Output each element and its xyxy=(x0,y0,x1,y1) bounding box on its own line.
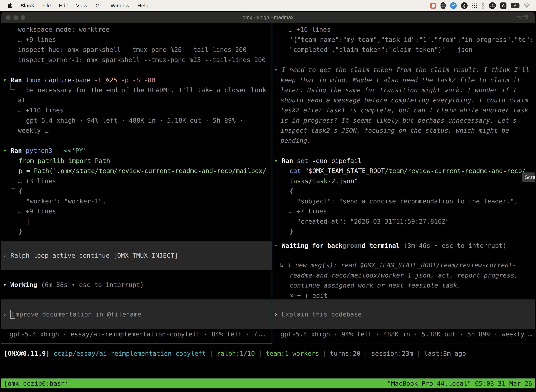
text-segment: be necessary for the end of the README. … xyxy=(26,86,266,93)
omx-status-line: [OMX#0.11.9] cczip/essay/ai-reimplementa… xyxy=(1,348,535,359)
prompt-input[interactable]: › Explain this codebase xyxy=(272,299,535,329)
text-segment: <<'PY' xyxy=(64,147,87,154)
text-segment: "completed","claim_token":"claim-token"}… xyxy=(289,46,472,53)
text-segment: … +110 lines xyxy=(18,107,64,114)
shield-icon[interactable] xyxy=(440,2,446,9)
text-segment: groun xyxy=(343,242,362,249)
pane-border-bottom-right xyxy=(272,344,535,344)
pane-hud-left[interactable]: workspace_mode: worktree… +9 linesinspec… xyxy=(1,23,272,344)
menu-item-view[interactable]: View xyxy=(76,3,87,9)
output-connector xyxy=(10,83,15,89)
pane-status-line: gpt-5.4 xhigh · 94% left · 488K in · 5.1… xyxy=(272,329,535,339)
text-segment: %25 xyxy=(106,76,121,84)
battery-icon[interactable]: ⚡ xyxy=(511,3,519,8)
terminal-line: workspace_mode: worktree xyxy=(1,24,272,35)
text-segment: … +3 lines xyxy=(18,177,56,185)
terminal-line: • I need to get the claim token from the… xyxy=(272,65,535,75)
text-segment: gpt-5.4 xhigh · 94% left · 488K in · 5.1… xyxy=(281,331,532,338)
terminal-line: … +9 lines xyxy=(1,206,272,216)
text-segment: (6m 38s • esc to interrupt) xyxy=(41,281,144,288)
terminal-line: "subject": "send a concise recommendatio… xyxy=(272,196,535,206)
ralph-loop-band[interactable]: › Ralph loop active continue [OMX_TMUX_I… xyxy=(1,241,272,270)
text-segment: tmux xyxy=(26,76,45,84)
output-connector xyxy=(282,164,285,190)
window-title: omx --xhigh --madmax xyxy=(1,12,535,23)
apple-logo-icon[interactable] xyxy=(7,2,12,9)
terminal-line: … +7 lines xyxy=(272,206,535,216)
text-segment: "subject": "send a concise recommendatio… xyxy=(297,198,518,205)
text-segment: tasks/task-2.json xyxy=(289,177,354,185)
text-segment: '{"team_name":"my-team","task_id":"1","f… xyxy=(289,36,533,43)
text-segment: later. Using the same for transition mig… xyxy=(281,86,517,93)
chat-app-icon[interactable] xyxy=(430,3,436,9)
tmux-host-clock: "MacBook-Pro-44.local" 05:03 31-Mar-26 xyxy=(387,380,532,387)
text-segment: "created_at": "2026-03-31T11:59:27.816Z" xyxy=(297,218,449,225)
text-segment: } xyxy=(289,228,293,235)
menu-item-file[interactable]: File xyxy=(42,3,51,9)
terminal-line: p = Path('.omx/state/team/review-current… xyxy=(1,166,272,176)
text-segment: readme-and-reco/mailbox/worker-1.json, a… xyxy=(289,272,518,279)
text-segment: from pathlib import Path xyxy=(19,157,110,164)
omx-project: cczip/essay/ai-reimplementation-copyleft xyxy=(53,350,206,357)
text-segment: ] xyxy=(26,218,30,225)
terminal-line: gpt-5.4 xhigh · 94% left · 488K in · 5.1… xyxy=(1,115,272,126)
text-segment: Waiting for back xyxy=(282,242,343,249)
terminal-line: should send a message before completing … xyxy=(272,95,535,105)
squiggle-icon[interactable]: § xyxy=(482,2,485,9)
stats-circle-icon[interactable] xyxy=(450,2,457,9)
pane-status-line: gpt-5.4 xhigh · essay/ai-reimplementatio… xyxy=(1,329,272,339)
text-segment: - xyxy=(56,147,64,154)
tmux-session-name: [omx-cczip0:bash* xyxy=(4,380,69,387)
text-segment: Ran xyxy=(10,147,26,154)
menu-item-window[interactable]: Window xyxy=(111,3,129,9)
text-segment: keep that in mind. Maybe I also need the… xyxy=(281,76,521,84)
terminal-line: • Ran set -euo pipefail xyxy=(272,156,535,166)
pane-worker-right[interactable]: … +16 lines'{"team_name":"my-team","task… xyxy=(272,23,535,344)
omx-version: [OMX#0.11.9] xyxy=(4,350,50,357)
text-segment: Ran xyxy=(10,76,26,84)
terminal-line: be necessary for the end of the README. … xyxy=(1,85,272,95)
dark-circle-icon[interactable]: ❮ xyxy=(461,2,468,9)
menu-item-go[interactable]: Go xyxy=(96,3,103,9)
mailbox-note-line: readme-and-reco/mailbox/worker-1.json, a… xyxy=(272,270,535,280)
text-segment: python3 xyxy=(26,147,56,154)
window-titlebar: omx --xhigh --madmax ⌥⌘1 xyxy=(1,12,535,23)
wifi-icon[interactable] xyxy=(524,3,530,8)
terminal-line: task2 after task1 is complete, but can I… xyxy=(272,105,535,115)
text-segment xyxy=(278,157,282,164)
bullet-icon: • xyxy=(274,157,278,164)
text-segment: at xyxy=(18,97,25,104)
text-segment: › xyxy=(3,311,10,318)
text-segment: … +16 lines xyxy=(289,26,330,33)
window-shortcut-hint: ⌥⌘1 xyxy=(517,12,531,23)
terminal-line: inspect_hud: omx sparkshell --tmux-pane … xyxy=(1,45,272,55)
omx-team: team:1 workers xyxy=(266,350,319,357)
text-segment: -t xyxy=(94,76,106,84)
menu-bar: Slack File Edit View Go Window Help ❮ § … xyxy=(0,0,536,11)
edit-hint: ⌥ + ↑ edit xyxy=(272,290,535,301)
pane-divider[interactable] xyxy=(272,23,272,344)
text-segment: I need to get the claim token from the c… xyxy=(282,66,529,73)
text-segment: cat xyxy=(289,167,305,174)
pane-border-bottom-left xyxy=(1,344,272,344)
text-segment: gpt-5.4 xhigh · 94% left · 488K in · 5.1… xyxy=(26,117,243,124)
prompt-input[interactable]: › Improve documentation in @filename xyxy=(1,299,272,329)
text-segment: › xyxy=(3,252,10,259)
tmux-status-bar: [omx-cczip0:bash* "MacBook-Pro-44.local"… xyxy=(1,378,535,388)
text-segment: … +9 lines xyxy=(18,208,56,215)
terminal-line: } xyxy=(1,226,272,237)
text-segment: workspace_mode: worktree xyxy=(18,26,109,33)
input-source-icon[interactable]: A xyxy=(500,2,507,9)
text-segment: } xyxy=(19,228,23,235)
text-segment: continue assigned work or next feasible … xyxy=(289,282,461,289)
terminal-line: … +3 lines xyxy=(1,176,272,186)
terminal-line: } xyxy=(272,226,535,237)
menu-item-help[interactable]: Help xyxy=(138,3,148,9)
menu-item-slack[interactable]: Slack xyxy=(20,3,34,9)
dots-grid-icon[interactable] xyxy=(472,3,477,9)
text-segment: /team/review-current-readme-and-reco/ xyxy=(385,167,526,174)
mailbox-note-line: ↳ 1 new msg(s): read $OMX_TEAM_STATE_ROO… xyxy=(272,260,535,270)
menu-item-edit[interactable]: Edit xyxy=(59,3,68,9)
terminal-window: omx --xhigh --madmax ⌥⌘1 workspace_mode:… xyxy=(1,12,535,392)
timer-badge-icon[interactable]: ..61 xyxy=(489,2,496,9)
